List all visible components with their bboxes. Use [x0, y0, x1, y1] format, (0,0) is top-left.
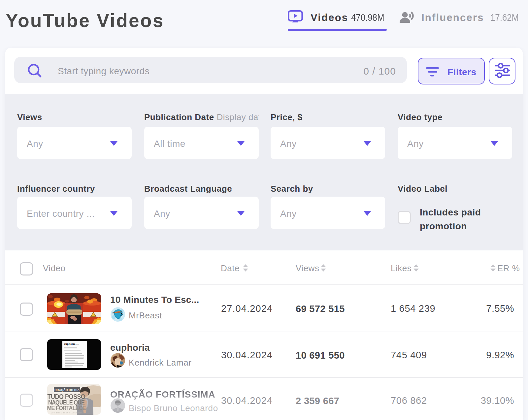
svg-text:noun: noun: [76, 343, 80, 345]
svg-text:ORAÇÃO DO DIA: ORAÇÃO DO DIA: [54, 388, 80, 392]
svg-text:COM BISPO BRUNO LEONARDO: COM BISPO BRUNO LEONARDO: [51, 412, 82, 414]
svg-text:euphoria: euphoria: [64, 342, 76, 345]
svg-text:ME FORTALECE: ME FORTALECE: [47, 404, 86, 411]
